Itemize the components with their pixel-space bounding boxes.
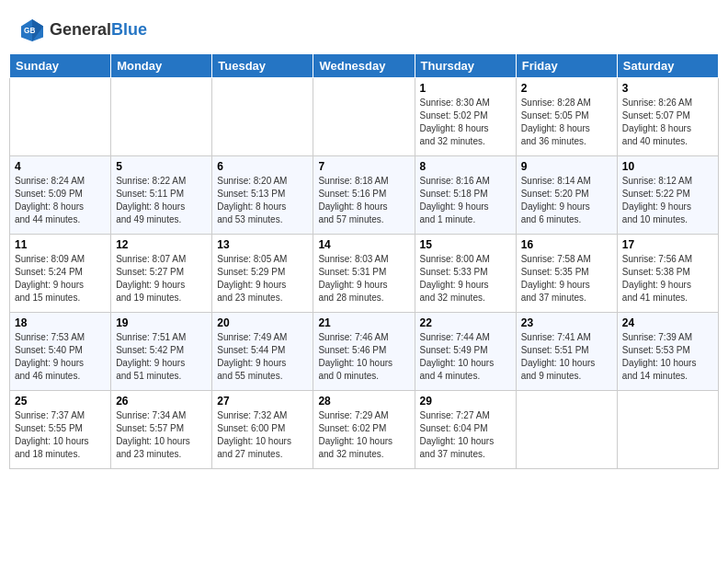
day-number: 21 [318, 316, 409, 329]
calendar-cell: 16Sunrise: 7:58 AM Sunset: 5:35 PM Dayli… [516, 235, 617, 313]
calendar-cell: 14Sunrise: 8:03 AM Sunset: 5:31 PM Dayli… [313, 235, 415, 313]
day-info: Sunrise: 7:46 AM Sunset: 5:46 PM Dayligh… [318, 331, 409, 383]
calendar-cell: 28Sunrise: 7:29 AM Sunset: 6:02 PM Dayli… [313, 391, 415, 469]
week-row-3: 18Sunrise: 7:53 AM Sunset: 5:40 PM Dayli… [10, 313, 719, 391]
calendar-cell: 1Sunrise: 8:30 AM Sunset: 5:02 PM Daylig… [415, 78, 516, 156]
day-number: 28 [318, 395, 409, 408]
week-row-0: 1Sunrise: 8:30 AM Sunset: 5:02 PM Daylig… [10, 78, 719, 156]
calendar-cell [313, 78, 415, 156]
calendar-cell: 23Sunrise: 7:41 AM Sunset: 5:51 PM Dayli… [516, 313, 617, 391]
day-number: 15 [420, 238, 511, 251]
day-info: Sunrise: 7:49 AM Sunset: 5:44 PM Dayligh… [217, 331, 308, 383]
day-info: Sunrise: 7:27 AM Sunset: 6:04 PM Dayligh… [420, 409, 511, 461]
day-info: Sunrise: 7:29 AM Sunset: 6:02 PM Dayligh… [318, 409, 409, 461]
calendar-cell: 26Sunrise: 7:34 AM Sunset: 5:57 PM Dayli… [111, 391, 212, 469]
day-number: 8 [420, 160, 511, 173]
weekday-header-sunday: Sunday [10, 54, 111, 78]
day-number: 16 [521, 238, 612, 251]
calendar-cell: 11Sunrise: 8:09 AM Sunset: 5:24 PM Dayli… [10, 235, 111, 313]
weekday-header-tuesday: Tuesday [212, 54, 313, 78]
calendar-cell: 5Sunrise: 8:22 AM Sunset: 5:11 PM Daylig… [111, 156, 212, 235]
day-info: Sunrise: 8:12 AM Sunset: 5:22 PM Dayligh… [622, 175, 713, 226]
day-info: Sunrise: 8:30 AM Sunset: 5:02 PM Dayligh… [420, 97, 511, 148]
day-info: Sunrise: 8:20 AM Sunset: 5:13 PM Dayligh… [217, 175, 308, 226]
day-info: Sunrise: 8:24 AM Sunset: 5:09 PM Dayligh… [15, 175, 106, 226]
day-number: 6 [217, 160, 308, 173]
day-number: 11 [15, 238, 106, 251]
calendar-cell: 10Sunrise: 8:12 AM Sunset: 5:22 PM Dayli… [617, 156, 718, 235]
day-number: 29 [420, 395, 511, 408]
day-number: 22 [420, 316, 511, 329]
calendar-cell [111, 78, 212, 156]
calendar-cell [10, 78, 111, 156]
calendar-cell: 22Sunrise: 7:44 AM Sunset: 5:49 PM Dayli… [415, 313, 516, 391]
logo-icon: GB [18, 17, 46, 44]
calendar-cell: 21Sunrise: 7:46 AM Sunset: 5:46 PM Dayli… [313, 313, 415, 391]
day-number: 2 [521, 82, 612, 95]
day-number: 19 [116, 316, 207, 329]
day-info: Sunrise: 7:58 AM Sunset: 5:35 PM Dayligh… [521, 253, 612, 304]
weekday-header-friday: Friday [516, 54, 617, 78]
calendar-cell: 25Sunrise: 7:37 AM Sunset: 5:55 PM Dayli… [10, 391, 111, 469]
calendar-cell: 29Sunrise: 7:27 AM Sunset: 6:04 PM Dayli… [415, 391, 516, 469]
day-info: Sunrise: 8:22 AM Sunset: 5:11 PM Dayligh… [116, 175, 207, 226]
day-number: 3 [622, 82, 713, 95]
calendar-cell: 13Sunrise: 8:05 AM Sunset: 5:29 PM Dayli… [212, 235, 313, 313]
calendar-cell [212, 78, 313, 156]
weekday-header-saturday: Saturday [617, 54, 718, 78]
day-info: Sunrise: 8:14 AM Sunset: 5:20 PM Dayligh… [521, 175, 612, 226]
logo: GB GeneralBlue [18, 17, 147, 44]
calendar-cell: 17Sunrise: 7:56 AM Sunset: 5:38 PM Dayli… [617, 235, 718, 313]
day-number: 9 [521, 160, 612, 173]
day-number: 17 [622, 238, 713, 251]
week-row-1: 4Sunrise: 8:24 AM Sunset: 5:09 PM Daylig… [10, 156, 719, 235]
calendar-cell: 4Sunrise: 8:24 AM Sunset: 5:09 PM Daylig… [10, 156, 111, 235]
day-info: Sunrise: 8:07 AM Sunset: 5:27 PM Dayligh… [116, 253, 207, 304]
day-number: 1 [420, 82, 511, 95]
weekday-header-monday: Monday [111, 54, 212, 78]
day-info: Sunrise: 8:09 AM Sunset: 5:24 PM Dayligh… [15, 253, 106, 304]
calendar-cell: 9Sunrise: 8:14 AM Sunset: 5:20 PM Daylig… [516, 156, 617, 235]
day-number: 27 [217, 395, 308, 408]
day-info: Sunrise: 7:37 AM Sunset: 5:55 PM Dayligh… [15, 409, 106, 461]
calendar-cell: 6Sunrise: 8:20 AM Sunset: 5:13 PM Daylig… [212, 156, 313, 235]
calendar-cell: 7Sunrise: 8:18 AM Sunset: 5:16 PM Daylig… [313, 156, 415, 235]
day-number: 24 [622, 316, 713, 329]
day-info: Sunrise: 7:56 AM Sunset: 5:38 PM Dayligh… [622, 253, 713, 304]
day-info: Sunrise: 7:32 AM Sunset: 6:00 PM Dayligh… [217, 409, 308, 461]
day-number: 5 [116, 160, 207, 173]
day-info: Sunrise: 7:39 AM Sunset: 5:53 PM Dayligh… [622, 331, 713, 383]
day-info: Sunrise: 7:51 AM Sunset: 5:42 PM Dayligh… [116, 331, 207, 383]
day-info: Sunrise: 7:34 AM Sunset: 5:57 PM Dayligh… [116, 409, 207, 461]
logo-text: GeneralBlue [50, 21, 147, 40]
day-info: Sunrise: 8:18 AM Sunset: 5:16 PM Dayligh… [318, 175, 409, 226]
day-number: 25 [15, 395, 106, 408]
week-row-2: 11Sunrise: 8:09 AM Sunset: 5:24 PM Dayli… [10, 235, 719, 313]
day-number: 10 [622, 160, 713, 173]
day-number: 4 [15, 160, 106, 173]
calendar-cell [617, 391, 718, 469]
calendar-cell: 27Sunrise: 7:32 AM Sunset: 6:00 PM Dayli… [212, 391, 313, 469]
day-number: 26 [116, 395, 207, 408]
calendar-cell: 24Sunrise: 7:39 AM Sunset: 5:53 PM Dayli… [617, 313, 718, 391]
weekday-header-thursday: Thursday [415, 54, 516, 78]
calendar-cell: 18Sunrise: 7:53 AM Sunset: 5:40 PM Dayli… [10, 313, 111, 391]
week-row-4: 25Sunrise: 7:37 AM Sunset: 5:55 PM Dayli… [10, 391, 719, 469]
day-info: Sunrise: 8:16 AM Sunset: 5:18 PM Dayligh… [420, 175, 511, 226]
weekday-header-wednesday: Wednesday [313, 54, 415, 78]
day-info: Sunrise: 7:41 AM Sunset: 5:51 PM Dayligh… [521, 331, 612, 383]
calendar-cell: 12Sunrise: 8:07 AM Sunset: 5:27 PM Dayli… [111, 235, 212, 313]
calendar-table: SundayMondayTuesdayWednesdayThursdayFrid… [9, 53, 719, 469]
page-header: GB GeneralBlue [9, 9, 719, 48]
day-info: Sunrise: 7:44 AM Sunset: 5:49 PM Dayligh… [420, 331, 511, 383]
day-number: 23 [521, 316, 612, 329]
calendar-cell: 15Sunrise: 8:00 AM Sunset: 5:33 PM Dayli… [415, 235, 516, 313]
calendar-cell [516, 391, 617, 469]
day-number: 7 [318, 160, 409, 173]
calendar-cell: 8Sunrise: 8:16 AM Sunset: 5:18 PM Daylig… [415, 156, 516, 235]
day-number: 20 [217, 316, 308, 329]
day-info: Sunrise: 8:28 AM Sunset: 5:05 PM Dayligh… [521, 97, 612, 148]
day-info: Sunrise: 8:05 AM Sunset: 5:29 PM Dayligh… [217, 253, 308, 304]
day-number: 14 [318, 238, 409, 251]
day-info: Sunrise: 7:53 AM Sunset: 5:40 PM Dayligh… [15, 331, 106, 383]
